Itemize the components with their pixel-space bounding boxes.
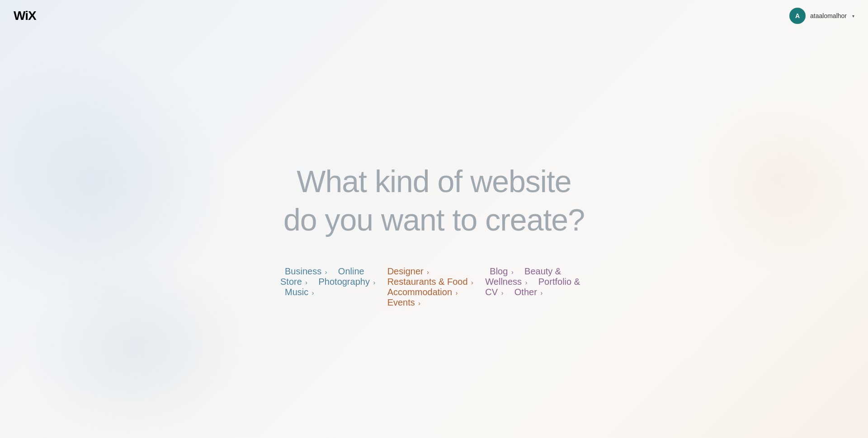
arrow-icon: › [501, 289, 504, 297]
arrow-icon: › [373, 279, 375, 286]
category-label: Other › [514, 287, 542, 297]
headline-line1: What kind of website [297, 164, 571, 198]
headline-line2: do you want to create? [283, 203, 585, 237]
categories-grid: Business › Online Store › Photography › … [280, 266, 588, 308]
user-menu[interactable]: A ataalomalhor ▾ [789, 8, 854, 24]
username-label: ataalomalhor [810, 12, 847, 19]
arrow-icon: › [456, 289, 458, 297]
category-column-2: Designer › Restaurants & Food › Accommod… [383, 266, 486, 308]
arrow-icon: › [540, 289, 542, 297]
category-music[interactable]: Music › [280, 281, 318, 305]
category-label: Events › [387, 297, 420, 307]
category-events[interactable]: Events › [383, 291, 425, 315]
category-column-1: Business › Online Store › Photography › … [280, 266, 383, 308]
arrow-icon: › [471, 279, 473, 286]
category-label: Music › [285, 287, 314, 297]
chevron-down-icon: ▾ [852, 14, 854, 19]
header: WiX A ataalomalhor ▾ [0, 0, 868, 32]
category-other[interactable]: Other › [510, 281, 547, 305]
headline: What kind of website do you want to crea… [283, 162, 585, 239]
avatar: A [789, 8, 806, 24]
main-content: What kind of website do you want to crea… [0, 0, 868, 438]
logo[interactable]: WiX [14, 9, 36, 23]
category-column-3: Blog › Beauty & Wellness › Portfolio & C… [485, 266, 588, 308]
category-photography[interactable]: Photography › [314, 270, 380, 294]
page-title: What kind of website do you want to crea… [283, 162, 585, 239]
arrow-icon: › [418, 300, 420, 307]
category-label: Photography › [318, 277, 375, 287]
logo-text: WiX [14, 9, 36, 23]
arrow-icon: › [312, 289, 314, 297]
